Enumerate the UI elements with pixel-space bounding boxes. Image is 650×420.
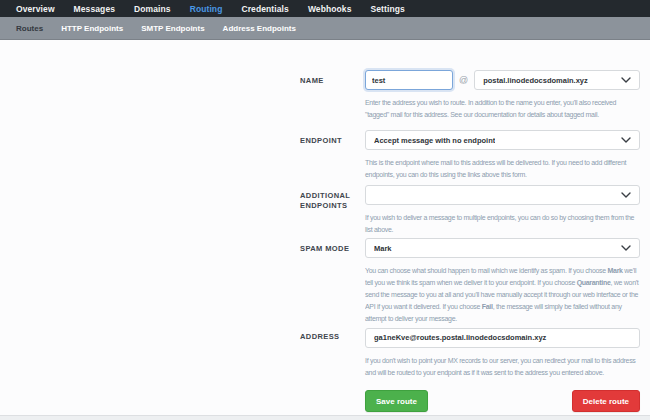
top-nav: Overview Messages Domains Routing Creden… [0,0,650,17]
endpoint-label: Endpoint [300,130,365,181]
delete-route-button[interactable]: Delete route [572,390,640,412]
page-footer-strip [0,415,650,420]
spam-mode-label: Spam Mode [300,238,365,324]
endpoint-help-text: This is the endpoint where mail to this … [365,157,640,181]
subnav-item-smtp-endpoints[interactable]: SMTP Endpoints [141,24,204,33]
nav-item-messages[interactable]: Messages [74,4,115,14]
save-route-button[interactable]: Save route [365,390,428,412]
form-row-address: Address If you don't wish to point your … [300,326,640,379]
subnav-item-routes[interactable]: Routes [16,24,43,33]
nav-item-webhooks[interactable]: Webhooks [308,4,352,14]
subnav-item-http-endpoints[interactable]: HTTP Endpoints [61,24,123,33]
additional-endpoints-select[interactable] [365,185,640,205]
postal-admin-window: Overview Messages Domains Routing Creden… [0,0,650,420]
chevron-down-icon [621,245,631,251]
domain-select-value: postal.linodedocsdomain.xyz [483,76,588,85]
domain-select[interactable]: postal.linodedocsdomain.xyz [474,70,640,90]
chevron-down-icon [621,77,631,83]
form-row-name: Name @ postal.linodedocsdomain.xyz Enter… [300,70,640,121]
form-row-additional-endpoints: Additional Endpoints If you wish to deli… [300,185,640,236]
nav-item-overview[interactable]: Overview [16,4,55,14]
form-row-endpoint: Endpoint Accept message with no endpoint… [300,130,640,181]
additional-endpoints-help-text: If you wish to deliver a message to mult… [365,212,640,236]
name-input[interactable] [365,70,453,90]
chevron-down-icon [621,192,631,198]
form-actions: Save route Delete route [365,390,640,414]
address-help-text: If you don't wish to point your MX recor… [365,355,640,379]
routing-sub-nav: Routes HTTP Endpoints SMTP Endpoints Add… [0,17,650,40]
nav-item-routing[interactable]: Routing [190,4,223,14]
name-label: Name [300,70,365,121]
spam-mode-select-value: Mark [374,244,392,253]
endpoint-select-value: Accept message with no endpoint [374,136,495,145]
chevron-down-icon [621,137,631,143]
additional-endpoints-label: Additional Endpoints [300,185,365,236]
subnav-item-address-endpoints[interactable]: Address Endpoints [223,24,296,33]
nav-item-domains[interactable]: Domains [134,4,171,14]
nav-item-settings[interactable]: Settings [371,4,405,14]
name-help-text: Enter the address you wish to route. In … [365,97,640,121]
endpoint-select[interactable]: Accept message with no endpoint [365,130,640,150]
nav-item-credentials[interactable]: Credentials [241,4,288,14]
spam-mode-help-text: You can choose what should happen to mai… [365,265,640,324]
address-input[interactable] [365,328,640,348]
address-label: Address [300,326,365,379]
at-separator: @ [459,75,468,85]
spam-mode-select[interactable]: Mark [365,238,640,258]
form-row-spam-mode: Spam Mode Mark You can choose what shoul… [300,238,640,324]
